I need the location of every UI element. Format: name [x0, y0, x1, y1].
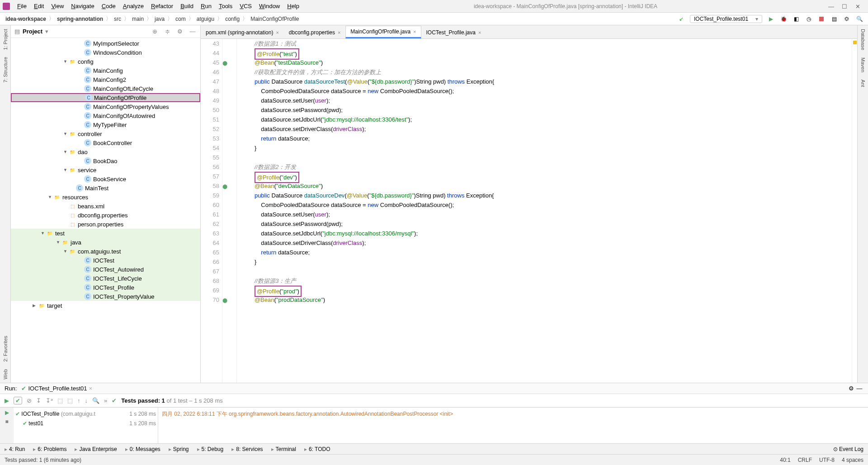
- tree-item[interactable]: CBookController: [11, 138, 200, 147]
- tool-maven[interactable]: Maven: [859, 54, 867, 76]
- build-icon[interactable]: ↙: [677, 15, 685, 23]
- tree-item[interactable]: CBookDao: [11, 156, 200, 165]
- tab-close[interactable]: ×: [478, 30, 481, 35]
- bottom-tab[interactable]: ▸ 6: Problems: [33, 446, 66, 452]
- tree-item[interactable]: ▼📁resources: [11, 193, 200, 202]
- run-tab-label[interactable]: IOCTest_Profile.test01: [28, 385, 87, 392]
- tree-item[interactable]: ▼📁config: [11, 57, 200, 66]
- line-separator[interactable]: CRLF: [798, 457, 812, 463]
- menu-file[interactable]: File: [14, 2, 30, 10]
- menu-tools[interactable]: Tools: [215, 2, 236, 10]
- tree-item[interactable]: CIOCTest_PropertyValue: [11, 292, 200, 301]
- tree-item[interactable]: ⬚beans.xml: [11, 202, 200, 211]
- stop-button[interactable]: [817, 15, 826, 23]
- stop-run-button[interactable]: ■: [5, 418, 8, 425]
- tree-item[interactable]: ▼📁test: [11, 229, 200, 238]
- breadcrumb[interactable]: main: [131, 16, 145, 22]
- tree-item[interactable]: CMainConfig2: [11, 75, 200, 84]
- tree-item[interactable]: CWindowsCondition: [11, 48, 200, 57]
- editor-tab[interactable]: MainConfigOfProfile.java×: [345, 26, 421, 38]
- menu-code[interactable]: Code: [98, 2, 119, 10]
- tool-ant[interactable]: Ant: [859, 76, 867, 91]
- close-button[interactable]: ✕: [855, 3, 862, 9]
- tab-close[interactable]: ×: [338, 30, 340, 35]
- tree-item[interactable]: ▼📁com.atguigu.test: [11, 247, 200, 256]
- tree-item[interactable]: ▼📁controller: [11, 129, 200, 138]
- editor-tab[interactable]: IOCTest_Profile.java×: [421, 26, 486, 38]
- tree-item[interactable]: ▼📁java: [11, 238, 200, 247]
- menu-navigate[interactable]: Navigate: [67, 2, 98, 10]
- console-output[interactable]: 四月 02, 2022 6:18:11 下午 org.springframewo…: [158, 408, 868, 443]
- breadcrumb[interactable]: java: [154, 16, 165, 22]
- tree-item[interactable]: CMainConfig: [11, 66, 200, 75]
- bottom-tab[interactable]: ▸ 6: TODO: [304, 446, 330, 452]
- editor-tab[interactable]: pom.xml (spring-annotation)×: [201, 26, 284, 38]
- run-hide-icon[interactable]: —: [855, 385, 863, 393]
- tree-item[interactable]: CMainConfigOfLifeCycle: [11, 84, 200, 93]
- search-icon[interactable]: 🔍: [855, 15, 863, 23]
- tree-item[interactable]: CMainConfigOfProfile: [11, 93, 200, 102]
- debug-button[interactable]: 🐞: [779, 15, 788, 23]
- caret-position[interactable]: 40:1: [780, 457, 790, 463]
- tool-favorites[interactable]: 2: Favorites: [2, 332, 9, 365]
- hide-icon[interactable]: —: [189, 28, 197, 36]
- tree-item[interactable]: ▼📁service: [11, 165, 200, 174]
- menu-vcs[interactable]: VCS: [236, 2, 255, 10]
- bottom-tab[interactable]: ▸ 4: Run: [5, 446, 25, 452]
- tool-database[interactable]: Database: [859, 25, 867, 54]
- bottom-tab[interactable]: ▸ Terminal: [271, 446, 296, 452]
- settings-icon[interactable]: ⚙: [176, 28, 184, 36]
- tree-item[interactable]: ⬚person.properties: [11, 220, 200, 229]
- run-tab-close[interactable]: ×: [89, 385, 93, 392]
- tree-item[interactable]: CBookService: [11, 174, 200, 183]
- tree-item[interactable]: CMyTypeFilter: [11, 120, 200, 129]
- tool-web[interactable]: Web: [2, 366, 9, 383]
- next-icon[interactable]: ↓: [85, 397, 88, 404]
- tool-structure[interactable]: 7: Structure: [2, 53, 9, 86]
- sort-alpha-icon[interactable]: ↧ᵃ: [46, 397, 53, 404]
- menu-analyze[interactable]: Analyze: [119, 2, 147, 10]
- tree-item[interactable]: CIOCTest_LifeCycle: [11, 274, 200, 283]
- tree-item[interactable]: CMyImportSelector: [11, 39, 200, 48]
- menu-view[interactable]: View: [47, 2, 67, 10]
- tree-item[interactable]: CIOCTest_Autowired: [11, 265, 200, 274]
- file-encoding[interactable]: UTF-8: [819, 457, 835, 463]
- tree-item[interactable]: ⬚dbconfig.properties: [11, 211, 200, 220]
- menu-window[interactable]: Window: [255, 2, 283, 10]
- toggle-ignore-icon[interactable]: ⊘: [27, 397, 32, 404]
- minimize-button[interactable]: —: [828, 3, 835, 9]
- tree-item[interactable]: ▶📁target: [11, 301, 200, 310]
- rerun-icon[interactable]: ▶: [5, 397, 9, 404]
- menu-help[interactable]: Help: [283, 2, 303, 10]
- expand-icon[interactable]: ≑: [163, 28, 171, 36]
- editor-tab[interactable]: dbconfig.properties×: [284, 26, 346, 38]
- profile-button[interactable]: ◷: [805, 15, 813, 23]
- breadcrumb[interactable]: atguigu: [196, 16, 215, 22]
- bottom-tab[interactable]: ▸ 5: Debug: [197, 446, 224, 452]
- breadcrumb[interactable]: MainConfigOfProfile: [250, 16, 300, 22]
- maximize-button[interactable]: ☐: [842, 3, 848, 9]
- tree-item[interactable]: CMainTest: [11, 183, 200, 193]
- test-tree[interactable]: ✔ IOCTest_Profile (com.atguigu.t 1 s 208…: [14, 408, 158, 443]
- tree-item[interactable]: CMainConifgOfAutowired: [11, 111, 200, 120]
- bottom-tab[interactable]: ▸ 8: Services: [231, 446, 263, 452]
- rerun-button[interactable]: ▶: [5, 409, 9, 416]
- locate-icon[interactable]: ⊕: [151, 28, 159, 36]
- error-stripe[interactable]: [852, 39, 857, 383]
- menu-edit[interactable]: Edit: [30, 2, 47, 10]
- collapse-all-icon[interactable]: ⬚: [67, 397, 73, 404]
- tab-close[interactable]: ×: [276, 30, 278, 35]
- bottom-tab[interactable]: ▸ Spring: [169, 446, 189, 452]
- expand-all-icon[interactable]: ⬚: [57, 397, 63, 404]
- tab-close[interactable]: ×: [413, 29, 416, 34]
- toggle-pass-icon[interactable]: ✔: [14, 397, 22, 404]
- menu-build[interactable]: Build: [177, 2, 197, 10]
- tool-project[interactable]: 1: Project: [2, 25, 9, 53]
- tree-item[interactable]: CIOCTest_Profile: [11, 283, 200, 292]
- breadcrumb[interactable]: src: [113, 16, 122, 22]
- breadcrumb[interactable]: config: [224, 16, 241, 22]
- prev-icon[interactable]: ↑: [77, 397, 80, 404]
- breadcrumb[interactable]: idea-workspace: [5, 16, 47, 22]
- run-settings-icon[interactable]: ⚙: [847, 385, 855, 393]
- tree-item[interactable]: CMainConfigOfPropertyValues: [11, 102, 200, 111]
